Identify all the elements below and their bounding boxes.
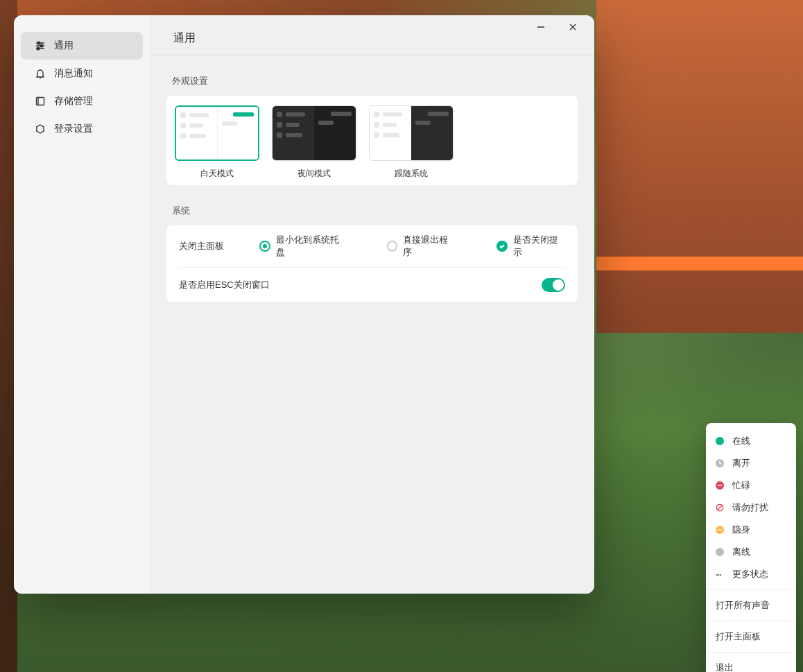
settings-content: 通用 外观设置 — [150, 15, 594, 594]
sidebar-item-general[interactable]: 通用 — [21, 32, 143, 60]
radio-label: 最小化到系统托盘 — [276, 234, 345, 259]
menu-action-quit[interactable]: 退出 — [706, 657, 796, 672]
storage-icon — [35, 96, 46, 107]
check-icon — [497, 241, 507, 252]
status-offline-icon — [716, 548, 724, 556]
close-panel-row: 关闭主面板 最小化到系统托盘 直接退出程序 是否关闭提示 — [179, 225, 565, 268]
sidebar-item-label: 消息通知 — [54, 67, 93, 80]
appearance-section-title: 外观设置 — [172, 75, 594, 87]
menu-action-label: 打开主面板 — [716, 630, 761, 643]
bell-icon — [35, 68, 46, 79]
menu-separator — [706, 589, 796, 590]
menu-action-open-main-panel[interactable]: 打开主面板 — [706, 626, 796, 648]
checkbox-close-confirm[interactable]: 是否关闭提示 — [497, 234, 565, 259]
menu-separator — [706, 652, 796, 653]
status-label: 更多状态 — [732, 568, 768, 580]
status-menu-item-away[interactable]: 离开 — [706, 452, 796, 474]
menu-separator — [706, 621, 796, 621]
window-titlebar: 通用 — [150, 15, 594, 55]
minimize-button[interactable] — [525, 17, 557, 37]
status-label: 忙碌 — [732, 479, 750, 492]
checkbox-label: 是否关闭提示 — [513, 234, 565, 259]
theme-preview-system — [369, 105, 454, 161]
theme-option-light[interactable]: 白天模式 — [175, 105, 259, 180]
status-online-icon — [716, 437, 724, 445]
more-icon: ··· — [716, 569, 724, 580]
status-busy-icon — [716, 481, 724, 490]
theme-option-dark[interactable]: 夜间模式 — [272, 105, 356, 180]
status-menu-item-more[interactable]: ··· 更多状态 — [706, 563, 796, 585]
tray-status-menu: 在线 离开 忙碌 请勿打扰 隐身 离线 ··· 更多状态 打开所有声音 打 — [706, 423, 796, 672]
sidebar-item-label: 登录设置 — [54, 123, 93, 135]
status-menu-item-online[interactable]: 在线 — [706, 430, 796, 452]
esc-close-toggle[interactable] — [542, 278, 565, 292]
status-label: 在线 — [732, 435, 750, 447]
status-label: 离开 — [732, 457, 750, 469]
status-menu-item-dnd[interactable]: 请勿打扰 — [706, 497, 796, 519]
appearance-card: 白天模式 夜间模式 — [166, 96, 578, 185]
sliders-icon — [35, 40, 46, 51]
menu-action-label: 退出 — [716, 662, 734, 672]
sidebar-item-login[interactable]: 登录设置 — [21, 115, 143, 143]
esc-close-label: 是否启用ESC关闭窗口 — [179, 279, 542, 291]
radio-label: 直接退出程序 — [403, 234, 455, 259]
settings-sidebar: 通用 消息通知 存储管理 登录设置 — [14, 15, 150, 594]
theme-label: 跟随系统 — [369, 168, 454, 180]
close-button[interactable] — [557, 17, 589, 37]
sidebar-item-label: 通用 — [54, 40, 74, 52]
hexagon-icon — [35, 123, 46, 135]
close-panel-label: 关闭主面板 — [179, 240, 259, 252]
theme-preview-light — [175, 105, 259, 161]
svg-point-5 — [37, 47, 40, 50]
radio-exit-directly[interactable]: 直接退出程序 — [387, 234, 456, 259]
status-menu-item-busy[interactable]: 忙碌 — [706, 474, 796, 497]
theme-label: 白天模式 — [175, 168, 259, 180]
sidebar-item-storage[interactable]: 存储管理 — [21, 87, 143, 115]
radio-minimize-to-tray[interactable]: 最小化到系统托盘 — [259, 234, 345, 259]
status-invisible-icon — [716, 526, 724, 534]
svg-point-3 — [40, 44, 43, 47]
theme-label: 夜间模式 — [272, 168, 356, 180]
settings-window: 通用 消息通知 存储管理 登录设置 — [14, 15, 594, 594]
status-label: 隐身 — [732, 524, 750, 536]
status-label: 离线 — [732, 546, 750, 558]
radio-indicator-icon — [387, 241, 398, 252]
menu-action-open-sounds[interactable]: 打开所有声音 — [706, 594, 796, 617]
system-section-title: 系统 — [172, 205, 594, 217]
svg-marker-7 — [37, 125, 44, 133]
svg-point-1 — [37, 42, 40, 44]
svg-line-13 — [718, 506, 723, 510]
system-card: 关闭主面板 最小化到系统托盘 直接退出程序 是否关闭提示 是否启用ESC关 — [166, 225, 578, 302]
status-menu-item-invisible[interactable]: 隐身 — [706, 519, 796, 541]
status-away-icon — [716, 459, 724, 467]
radio-indicator-icon — [259, 241, 270, 252]
sidebar-item-notifications[interactable]: 消息通知 — [21, 60, 143, 87]
status-dnd-icon — [716, 503, 724, 512]
esc-close-row: 是否启用ESC关闭窗口 — [179, 268, 565, 302]
status-label: 请勿打扰 — [732, 501, 768, 514]
status-menu-item-offline[interactable]: 离线 — [706, 541, 796, 563]
theme-preview-dark — [272, 105, 356, 161]
sidebar-item-label: 存储管理 — [54, 95, 93, 107]
page-title: 通用 — [173, 31, 196, 46]
theme-option-system[interactable]: 跟随系统 — [369, 105, 454, 180]
svg-rect-6 — [37, 98, 44, 105]
menu-action-label: 打开所有声音 — [716, 599, 770, 612]
